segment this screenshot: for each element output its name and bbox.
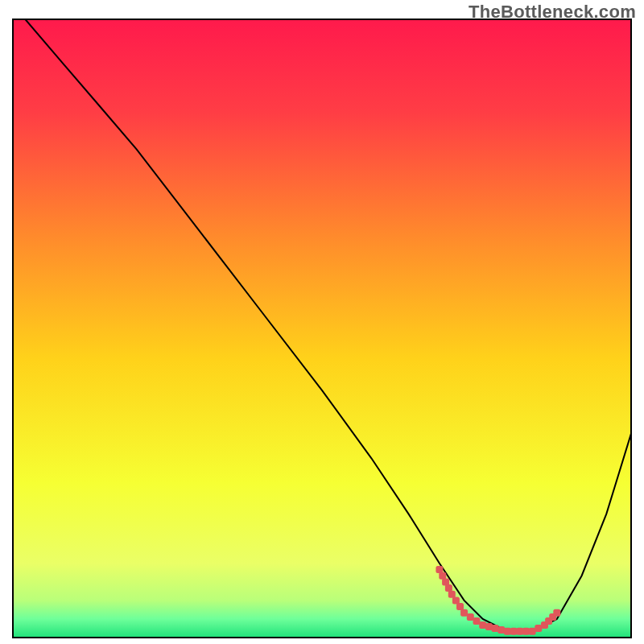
svg-rect-3 [442,578,449,585]
svg-rect-11 [479,621,486,629]
bottleneck-chart [0,0,644,644]
svg-rect-5 [448,591,456,598]
svg-rect-20 [535,625,542,632]
chart-root: { "watermark": "TheBottleneck.com", "cha… [0,0,644,644]
svg-rect-16 [510,628,518,635]
svg-rect-13 [492,625,499,632]
svg-rect-1 [436,566,443,573]
svg-rect-24 [553,609,560,617]
svg-rect-7 [456,603,464,610]
svg-rect-18 [522,628,530,635]
svg-rect-6 [452,597,460,604]
svg-rect-2 [439,572,446,580]
svg-rect-9 [467,613,474,621]
svg-rect-14 [497,626,505,634]
svg-rect-10 [473,617,481,625]
svg-rect-15 [504,628,511,635]
svg-rect-19 [529,628,536,635]
svg-rect-8 [460,609,468,617]
